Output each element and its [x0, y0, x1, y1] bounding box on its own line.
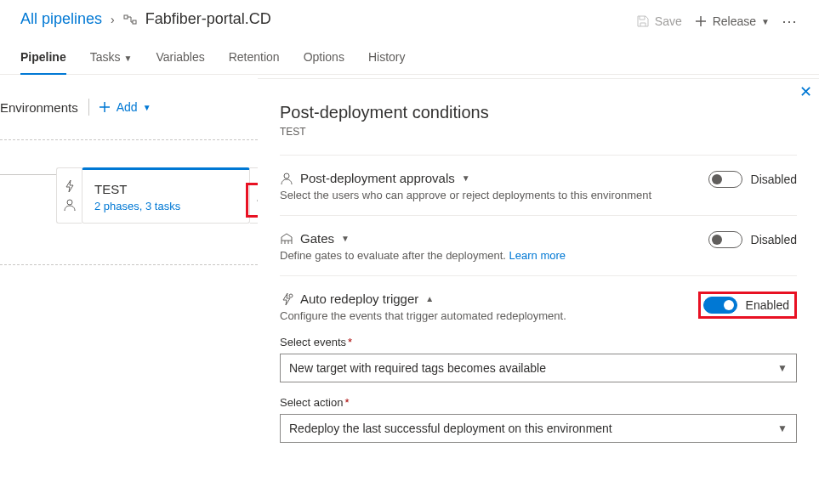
highlight-marker: Enabled	[698, 292, 797, 319]
trigger-icon	[280, 292, 293, 306]
stage-card[interactable]: TEST 2 phases, 3 tasks	[82, 167, 250, 224]
save-icon	[636, 14, 650, 28]
tab-options[interactable]: Options	[304, 43, 344, 74]
svg-point-2	[67, 200, 72, 205]
tab-tasks[interactable]: Tasks▼	[90, 43, 133, 74]
trigger-icon	[63, 179, 77, 193]
plus-icon	[98, 100, 111, 114]
person-icon	[63, 198, 77, 212]
svg-point-4	[284, 173, 289, 178]
tab-retention[interactable]: Retention	[229, 43, 280, 74]
chevron-right-icon: ›	[111, 13, 115, 26]
environments-label: Environments	[0, 100, 88, 115]
chevron-down-icon: ▼	[777, 362, 788, 374]
chevron-down-icon: ▼	[761, 17, 770, 26]
auto-redeploy-section: Auto redeploy trigger ▲ Configure the ev…	[280, 275, 797, 456]
select-events-label: Select events*	[280, 336, 797, 348]
tab-pipeline[interactable]: Pipeline	[20, 43, 66, 74]
gates-toggle-label: Disabled	[751, 233, 797, 246]
panel-title: Post-deployment conditions	[280, 103, 797, 122]
close-panel-button[interactable]: ✕	[799, 82, 812, 101]
panel-subtitle: TEST	[280, 126, 797, 138]
tab-bar: Pipeline Tasks▼ Variables Retention Opti…	[0, 35, 819, 75]
chevron-down-icon: ▼	[777, 422, 788, 434]
select-action-label: Select action*	[280, 396, 797, 409]
toolbar: Save Release ▼ ⋯	[636, 12, 799, 31]
save-button[interactable]: Save	[636, 14, 682, 28]
release-button[interactable]: Release ▼	[694, 14, 770, 28]
chevron-up-icon: ▲	[425, 294, 434, 303]
plus-icon	[694, 14, 708, 28]
gates-toggle[interactable]	[708, 231, 742, 248]
approvals-toggle-label: Disabled	[751, 173, 797, 186]
stage-meta-link[interactable]: 2 phases, 3 tasks	[94, 200, 237, 212]
pre-deployment-button[interactable]	[56, 167, 82, 224]
chevron-down-icon: ▼	[462, 173, 470, 183]
page-title: Fabfiber-portal.CD	[145, 10, 271, 28]
approvals-toggle[interactable]	[708, 171, 742, 188]
svg-rect-0	[124, 15, 128, 19]
select-action-dropdown[interactable]: Redeploy the last successful deployment …	[280, 414, 797, 443]
svg-point-5	[289, 294, 293, 297]
post-deployment-panel: ✕ Post-deployment conditions TEST Post-d…	[258, 78, 819, 504]
auto-redeploy-toggle-label: Enabled	[746, 298, 789, 312]
gates-icon	[280, 232, 293, 246]
gates-section: Gates ▼ Define gates to evaluate after t…	[280, 215, 797, 275]
pipeline-icon	[123, 13, 137, 26]
stage-name: TEST	[94, 182, 237, 196]
approvals-section: Post-deployment approvals ▼ Select the u…	[280, 155, 797, 215]
auto-redeploy-toggle[interactable]	[703, 297, 737, 314]
gates-learn-more-link[interactable]: Learn more	[509, 249, 566, 262]
tab-variables[interactable]: Variables	[156, 43, 204, 74]
select-events-dropdown[interactable]: New target with required tags becomes av…	[280, 354, 797, 382]
breadcrumb-root-link[interactable]: All pipelines	[20, 10, 102, 28]
connector-line	[0, 174, 56, 175]
tab-history[interactable]: History	[368, 43, 406, 74]
person-icon	[280, 172, 293, 185]
chevron-down-icon: ▼	[143, 103, 151, 112]
more-button[interactable]: ⋯	[782, 12, 799, 31]
chevron-down-icon: ▼	[123, 54, 132, 63]
svg-rect-1	[133, 20, 136, 24]
add-environment-button[interactable]: Add ▼	[98, 100, 151, 114]
chevron-down-icon: ▼	[341, 234, 350, 243]
